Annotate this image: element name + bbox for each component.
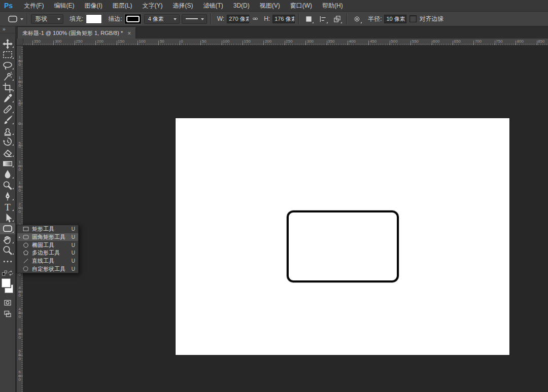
stroke-style-sample xyxy=(186,18,198,19)
flyout-item-label: 矩形工具 xyxy=(32,225,72,233)
rectangular-marquee-tool[interactable] xyxy=(0,49,15,60)
tools-panel: » T xyxy=(0,26,15,392)
width-input[interactable]: 270 像素 xyxy=(227,15,249,23)
clone-stamp-tool[interactable] xyxy=(0,126,15,136)
menu-item[interactable]: 文字(Y) xyxy=(137,0,167,12)
svg-text:T: T xyxy=(5,202,11,212)
pen-tool[interactable] xyxy=(0,191,15,201)
stroke-label: 描边: xyxy=(108,15,122,23)
flyout-item[interactable]: 直线工具U xyxy=(17,257,78,265)
flyout-item-shortcut: U xyxy=(72,226,75,232)
close-icon[interactable]: × xyxy=(127,30,131,37)
crop-tool[interactable] xyxy=(0,82,15,93)
f-line-icon xyxy=(22,258,29,264)
flyout-item[interactable]: 多边形工具U xyxy=(17,249,78,257)
flyout-item-shortcut: U xyxy=(72,250,75,256)
stroke-width-select[interactable]: 4 像素 xyxy=(144,14,180,24)
color-controls xyxy=(0,270,15,277)
flyout-item-shortcut: U xyxy=(72,234,75,240)
stroke-width-value: 4 像素 xyxy=(148,15,170,23)
document-tab-bar: 未标题-1 @ 100% (圆角矩形 1, RGB/8) * × xyxy=(15,26,548,39)
quick-mask-icon xyxy=(4,299,12,307)
color-swatches xyxy=(0,278,15,296)
menu-item[interactable]: 图像(I) xyxy=(79,0,107,12)
radius-input[interactable]: 10 像素 xyxy=(384,15,406,23)
f-roundrect-icon xyxy=(22,234,29,240)
align-edges-checkbox[interactable] xyxy=(409,15,417,22)
quick-selection-tool[interactable] xyxy=(0,71,15,82)
height-label: H: xyxy=(264,15,270,22)
radius-value: 10 像素 xyxy=(386,15,405,23)
collapse-panel-icon[interactable]: » xyxy=(0,26,15,33)
tool-options-bar: 形状 填充: 描边: 4 像素 W: 270 像素 H: 176 像素 半径: … xyxy=(0,12,548,26)
menu-item[interactable]: 帮助(H) xyxy=(317,0,348,12)
gradient-tool[interactable] xyxy=(0,158,15,169)
hand-tool[interactable] xyxy=(0,234,15,245)
edit-toolbar-button[interactable] xyxy=(0,256,15,267)
fill-swatch[interactable] xyxy=(86,14,102,24)
history-brush-tool[interactable] xyxy=(0,136,15,147)
tool-preset-button[interactable] xyxy=(6,15,23,23)
menu-item[interactable]: 3D(D) xyxy=(228,0,255,12)
spot-healing-brush-tool[interactable] xyxy=(0,104,15,115)
rounded-rectangle-shape[interactable] xyxy=(287,210,399,282)
flyout-item-label: 直线工具 xyxy=(32,257,72,265)
flyout-item-shortcut: U xyxy=(72,266,75,272)
path-alignment-button[interactable] xyxy=(317,13,329,24)
path-selection-tool[interactable] xyxy=(0,212,15,223)
flyout-item-label: 圆角矩形工具 xyxy=(32,233,72,241)
f-ellipse-icon xyxy=(22,242,29,248)
eyedropper-tool[interactable] xyxy=(0,93,15,103)
brush-tool[interactable] xyxy=(0,115,15,125)
menu-item[interactable]: 图层(L) xyxy=(108,0,138,12)
align-edges-label: 对齐边缘 xyxy=(419,15,443,23)
type-tool[interactable]: T xyxy=(0,202,15,212)
document-tab[interactable]: 未标题-1 @ 100% (圆角矩形 1, RGB/8) * × xyxy=(18,27,136,39)
f-custom-icon xyxy=(22,266,29,272)
rounded-rectangle-tool[interactable] xyxy=(0,223,15,234)
tool-mode-select[interactable]: 形状 xyxy=(31,14,63,24)
tool-list: T xyxy=(0,39,15,267)
path-operations-button[interactable] xyxy=(302,13,315,24)
screen-mode-icon xyxy=(4,310,12,318)
foreground-color-swatch[interactable] xyxy=(2,278,11,288)
flyout-item[interactable]: 自定形状工具U xyxy=(17,265,78,273)
width-label: W: xyxy=(217,15,224,22)
dodge-tool[interactable] xyxy=(0,180,15,191)
menu-item[interactable]: 滤镜(T) xyxy=(198,0,228,12)
screen-mode-button[interactable] xyxy=(0,309,15,318)
width-value: 270 像素 xyxy=(229,15,249,23)
stroke-ring xyxy=(126,16,140,22)
path-arrangement-button[interactable] xyxy=(331,13,343,24)
eraser-tool[interactable] xyxy=(0,147,15,158)
chevron-down-icon xyxy=(20,18,23,22)
menu-item[interactable]: 视图(V) xyxy=(255,0,285,12)
menu-item[interactable]: 编辑(E) xyxy=(49,0,79,12)
menu-item[interactable]: 选择(S) xyxy=(167,0,198,12)
photoshop-window: Ps 文件(F)编辑(E)图像(I)图层(L)文字(Y)选择(S)滤镜(T)3D… xyxy=(0,0,548,392)
flyout-item[interactable]: 椭圆工具U xyxy=(17,241,78,249)
flyout-item[interactable]: ▪圆角矩形工具U xyxy=(17,233,78,241)
tool-mode-value: 形状 xyxy=(35,15,54,23)
link-dimensions-icon[interactable] xyxy=(251,16,259,22)
menu-item[interactable]: 窗口(W) xyxy=(285,0,317,12)
menu-item[interactable]: 文件(F) xyxy=(19,0,49,12)
blur-tool[interactable] xyxy=(0,169,15,180)
chevron-down-icon xyxy=(201,18,204,22)
horizontal-ruler[interactable]: 3503002502001501005005010015020025030035… xyxy=(17,39,548,46)
geometry-options-button[interactable] xyxy=(351,13,363,24)
default-colors-icon[interactable] xyxy=(2,270,8,276)
stroke-swatch[interactable] xyxy=(125,14,141,24)
zoom-tool[interactable] xyxy=(0,245,15,256)
quick-mask-button[interactable] xyxy=(0,298,15,307)
flyout-item-label: 自定形状工具 xyxy=(32,265,72,273)
swap-colors-icon[interactable] xyxy=(8,270,14,276)
height-input[interactable]: 176 像素 xyxy=(272,15,295,23)
flyout-item[interactable]: 矩形工具U xyxy=(17,225,78,233)
stroke-style-select[interactable] xyxy=(182,14,207,24)
move-tool[interactable] xyxy=(0,39,15,49)
flyout-item-label: 椭圆工具 xyxy=(32,241,72,249)
vertical-ruler[interactable]: 1 5 01 0 05 005 01 0 01 5 02 0 02 5 03 0… xyxy=(17,46,23,392)
lasso-tool[interactable] xyxy=(0,60,15,71)
shape-tools-flyout-menu: 矩形工具U▪圆角矩形工具U椭圆工具U多边形工具U直线工具U自定形状工具U xyxy=(17,225,79,273)
